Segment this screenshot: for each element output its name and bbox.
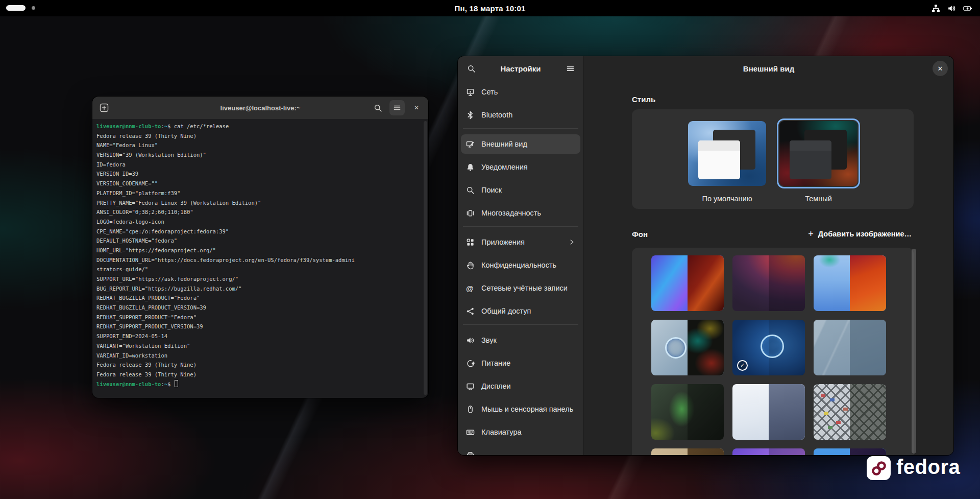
wallpaper-thumb-mosaic[interactable] (814, 384, 886, 440)
selected-check-badge: ✓ (737, 360, 748, 371)
add-image-button[interactable]: + Добавить изображение… (806, 226, 914, 242)
terminal-window: liveuser@localhost-live:~ ✕ liveuser (92, 97, 428, 398)
sidebar-item-appearance[interactable]: Внешний вид (461, 134, 580, 154)
sidebar-item-online-accounts[interactable]: @ Сетевые учётные записи (461, 278, 580, 298)
search-icon (466, 186, 475, 195)
sidebar-item-bluetooth[interactable]: Bluetooth (461, 105, 580, 125)
sidebar-item-keyboard[interactable]: Клавиатура (461, 422, 580, 442)
sidebar-item-search[interactable]: Поиск (461, 180, 580, 200)
wallpaper-thumb-sky[interactable] (814, 448, 886, 455)
terminal-scrollbar[interactable] (424, 121, 427, 395)
terminal-prompt-line: liveuser@nnm-club-to:~$ (96, 379, 427, 389)
close-icon: ✕ (414, 104, 419, 111)
window-mockup-front (790, 140, 832, 179)
wallpaper-thumb-sand[interactable] (651, 448, 724, 455)
hamburger-menu-icon (566, 64, 575, 73)
wallpaper-thumb-feathers[interactable] (732, 384, 805, 440)
sidebar-item-mouse[interactable]: Мышь и сенсорная панель (461, 399, 580, 419)
clock-label[interactable]: Пн, 18 марта 10:01 (454, 4, 525, 13)
mouse-icon (466, 405, 475, 414)
top-bar: Пн, 18 марта 10:01 (0, 0, 980, 16)
style-option-dark[interactable]: Темный (777, 118, 860, 203)
panel-scrollbar[interactable] (912, 249, 916, 454)
sidebar-item-sound[interactable]: Звук (461, 330, 580, 350)
fedora-brand-text: fedora (896, 457, 960, 480)
network-icon (466, 88, 475, 97)
sidebar-item-privacy[interactable]: Конфиденциальность (461, 255, 580, 275)
workspaces-indicator[interactable] (6, 5, 35, 11)
workspace-active-pill (6, 5, 26, 11)
new-tab-button[interactable] (96, 100, 112, 115)
sidebar-item-network[interactable]: Сеть (461, 82, 580, 102)
style-default-frame (685, 118, 769, 188)
style-option-default[interactable]: По умолчанию (685, 118, 769, 203)
sidebar-item-label: Уведомления (481, 163, 528, 171)
settings-window: Настройки Сеть Bluetooth (458, 56, 953, 455)
wallpaper-thumb-bubble-blue-selected[interactable]: ✓ (732, 320, 805, 375)
terminal-search-button[interactable] (370, 100, 385, 115)
terminal-output-line: PLATFORM_ID="platform:f39" (96, 188, 427, 198)
window-mockup-front (698, 140, 741, 179)
sidebar-separator (463, 226, 578, 227)
terminal-output-line: VARIANT_ID=workstation (96, 351, 427, 361)
terminal-command-line: liveuser@nnm-club-to:~$ cat /etc/*releas… (96, 122, 427, 131)
volume-icon (947, 4, 956, 13)
search-icon (467, 64, 476, 73)
sidebar-item-sharing[interactable]: Общий доступ (461, 301, 580, 321)
sidebar-item-partial[interactable] (461, 445, 580, 455)
terminal-output-line: Fedora release 39 (Thirty Nine) (96, 131, 427, 141)
terminal-command: cat /etc/*release (174, 123, 229, 129)
settings-search-button[interactable] (463, 60, 479, 77)
terminal-output-line: VARIANT="Workstation Edition" (96, 341, 427, 351)
wallpaper-thumb-waves[interactable] (732, 255, 805, 311)
terminal-text-area[interactable]: liveuser@nnm-club-to:~$ cat /etc/*releas… (92, 119, 428, 398)
wallpaper-thumb-shards[interactable] (814, 320, 886, 375)
terminal-output-line: BUG_REPORT_URL="https://bugzilla.redhat.… (96, 284, 427, 294)
sidebar-item-label: Питание (481, 359, 510, 367)
settings-title: Настройки (500, 64, 541, 73)
terminal-output-line: SUPPORT_END=2024-05-14 (96, 331, 427, 341)
sidebar-item-label: Мышь и сенсорная панель (481, 405, 573, 413)
terminal-output-line: REDHAT_SUPPORT_PRODUCT="Fedora" (96, 313, 427, 322)
wallpaper-grid: ✓ (632, 248, 914, 455)
window-close-button[interactable]: ✕ (933, 61, 948, 76)
sidebar-item-label: Звук (481, 336, 497, 344)
terminal-output-line: ID=fedora (96, 160, 427, 170)
sidebar-headerbar[interactable]: Настройки (458, 56, 583, 81)
sidebar-item-power[interactable]: Питание (461, 353, 580, 373)
wallpaper-thumb-spikes[interactable] (651, 384, 724, 440)
wallpaper-thumb-bubble-daynight[interactable] (651, 320, 724, 375)
sidebar-item-multitasking[interactable]: Многозадачность (461, 203, 580, 223)
style-dark-frame-selected (777, 118, 860, 188)
bubble-shape (761, 335, 784, 358)
terminal-close-button[interactable]: ✕ (409, 100, 424, 115)
wallpaper-thumb-purple[interactable] (732, 448, 805, 455)
terminal-menu-button[interactable] (389, 100, 405, 115)
sidebar-item-notifications[interactable]: Уведомления (461, 157, 580, 177)
multitasking-icon (466, 209, 475, 218)
wallpaper-thumb-triangles[interactable] (651, 255, 724, 311)
settings-menu-button[interactable] (562, 60, 578, 77)
style-dark-preview (779, 121, 857, 186)
terminal-headerbar[interactable]: liveuser@localhost-live:~ ✕ (92, 97, 428, 119)
plus-icon: + (808, 229, 814, 239)
bubble-shape (665, 337, 687, 359)
appearance-panel: Внешний вид ✕ Стиль По умолч (584, 56, 953, 455)
terminal-output-line: ANSI_COLOR="0;38;2;60;110;180" (96, 207, 427, 217)
sidebar-list: Сеть Bluetooth Внешний вид Уведомления (458, 81, 583, 455)
style-card: По умолчанию Темный (632, 109, 914, 209)
terminal-output-line: LOGO=fedora-logo-icon (96, 217, 427, 227)
hamburger-menu-icon (393, 104, 401, 112)
sidebar-item-label: Конфиденциальность (481, 261, 556, 269)
sidebar-item-apps[interactable]: Приложения (461, 232, 580, 252)
terminal-output-line: CPE_NAME="cpe:/o:fedoraproject:fedora:39… (96, 227, 427, 236)
sidebar-item-displays[interactable]: Дисплеи (461, 376, 580, 396)
panel-headerbar[interactable]: Внешний вид ✕ (584, 56, 953, 81)
sidebar-item-label: Общий доступ (481, 307, 531, 315)
fedora-logo-icon (867, 456, 891, 480)
wallpaper-thumb-drips[interactable] (814, 255, 886, 311)
sidebar-item-label: Многозадачность (481, 209, 541, 217)
background-section-label: Фон (632, 230, 648, 239)
sidebar-item-label: Внешний вид (481, 140, 527, 148)
system-tray[interactable] (932, 0, 973, 16)
